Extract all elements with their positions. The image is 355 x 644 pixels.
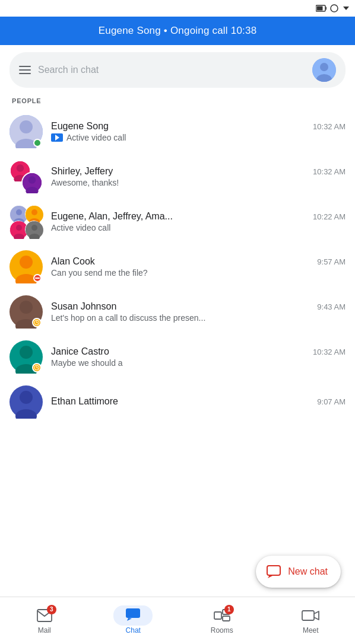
person-name: Shirley, Jeffery: [51, 166, 113, 177]
list-item[interactable]: Alan Cook 9:57 AM Can you send me the fi…: [0, 244, 355, 289]
meet-icon-wrap: [300, 607, 321, 624]
person-info: Eugene, Alan, Jeffrey, Ama... 10:22 AM A…: [51, 211, 346, 232]
clock-status-dot: [32, 363, 42, 372]
svg-rect-52: [214, 612, 221, 619]
signal-icon: [330, 4, 338, 12]
clock-status-dot: [32, 318, 42, 327]
person-info: Eugene Song 10:32 AM Active video call: [51, 121, 346, 142]
svg-point-15: [28, 176, 36, 183]
nav-item-chat[interactable]: Chat: [89, 602, 178, 639]
battery-icon: [316, 5, 327, 12]
menu-button[interactable]: [19, 66, 31, 74]
search-input[interactable]: Search in chat: [38, 65, 305, 75]
person-time: 10:32 AM: [313, 347, 346, 356]
person-message: Awesome, thanks!: [51, 178, 346, 187]
nav-item-rooms[interactable]: 1 Rooms: [178, 602, 267, 639]
status-bar: [0, 0, 355, 17]
person-name: Ethan Lattimore: [51, 396, 118, 407]
mail-icon-wrap: 3: [34, 607, 55, 624]
call-banner-text: Eugene Song • Ongoing call 10:38: [99, 25, 257, 36]
nav-item-meet[interactable]: Meet: [267, 602, 356, 639]
svg-point-3: [331, 5, 338, 12]
svg-marker-51: [127, 618, 132, 621]
svg-point-30: [20, 256, 33, 269]
svg-point-39: [20, 346, 33, 359]
rooms-badge: 1: [224, 605, 234, 614]
person-info: Alan Cook 9:57 AM Can you send me the fi…: [51, 256, 346, 278]
people-section-label: PEOPLE: [0, 95, 355, 109]
list-item[interactable]: Eugene Song 10:32 AM Active video call: [0, 109, 355, 154]
svg-point-33: [20, 301, 33, 314]
search-bar[interactable]: Search in chat: [9, 52, 346, 88]
call-banner[interactable]: Eugene Song • Ongoing call 10:38: [0, 17, 355, 45]
person-info: Ethan Lattimore 9:07 AM: [51, 396, 346, 408]
clock-icon: [34, 320, 40, 326]
avatar: [9, 205, 43, 238]
mail-badge: 3: [47, 605, 56, 614]
person-message: Maybe we should a: [51, 358, 346, 368]
svg-line-37: [37, 323, 38, 323]
person-name: Susan Johnson: [51, 301, 116, 312]
avatar: [9, 340, 43, 374]
svg-rect-1: [326, 7, 327, 10]
svg-point-24: [16, 225, 22, 231]
nav-label-rooms: Rooms: [211, 626, 233, 635]
clock-icon: [34, 365, 40, 371]
svg-rect-47: [267, 566, 280, 575]
new-chat-button[interactable]: New chat: [256, 556, 341, 588]
list-item[interactable]: Eugene, Alan, Jeffrey, Ama... 10:22 AM A…: [0, 199, 355, 244]
avatar: [9, 115, 43, 148]
person-name: Eugene Song: [51, 121, 109, 132]
svg-point-6: [320, 63, 328, 71]
svg-point-21: [31, 209, 37, 215]
online-status-dot: [33, 139, 42, 147]
jeffery-avatar: [23, 172, 42, 193]
nav-label-chat: Chat: [126, 626, 141, 635]
svg-point-12: [17, 164, 24, 171]
chat-icon-wrap: [122, 607, 144, 624]
chat-icon: [125, 608, 141, 621]
svg-point-18: [16, 209, 22, 215]
nav-item-mail[interactable]: 3 Mail: [0, 602, 89, 639]
avatar: [9, 295, 43, 329]
person-name: Alan Cook: [51, 256, 95, 267]
fab-container: New chat: [256, 556, 341, 588]
person-info: Janice Castro 10:32 AM Maybe we should a: [51, 346, 346, 368]
bottom-nav: 3 Mail Chat 1 Rooms: [0, 597, 355, 644]
group-avatar-4: [9, 205, 43, 238]
meet-icon: [302, 609, 319, 622]
svg-point-9: [20, 120, 33, 133]
person-time: 10:32 AM: [313, 167, 346, 176]
ethan-lattimore-avatar: [9, 385, 43, 419]
ga4: [26, 221, 43, 239]
nav-label-mail: Mail: [38, 626, 51, 635]
person-info: Susan Johnson 9:43 AM Let's hop on a cal…: [51, 301, 346, 323]
user-avatar[interactable]: [312, 58, 336, 82]
video-call-icon: [51, 133, 63, 142]
person-time: 10:22 AM: [313, 212, 346, 221]
person-info: Shirley, Jeffery 10:32 AM Awesome, thank…: [51, 166, 346, 187]
person-message: Active video call: [51, 223, 346, 232]
nav-label-meet: Meet: [303, 626, 319, 635]
avatar: [9, 160, 43, 193]
active-tab-pill: [113, 605, 153, 626]
person-time: 9:07 AM: [317, 397, 346, 406]
person-message: Let's hop on a call to discuss the prese…: [51, 313, 346, 323]
rooms-icon-wrap: 1: [211, 607, 233, 624]
list-item[interactable]: Shirley, Jeffery 10:32 AM Awesome, thank…: [0, 154, 355, 199]
person-time: 9:43 AM: [317, 302, 346, 311]
list-item[interactable]: Ethan Lattimore 9:07 AM: [0, 380, 355, 425]
group-avatar: [9, 160, 43, 193]
person-message: Can you send me the file?: [51, 268, 346, 278]
svg-rect-55: [302, 611, 314, 620]
svg-point-45: [20, 391, 33, 404]
user-avatar-image: [312, 58, 336, 82]
svg-rect-50: [126, 608, 140, 618]
avatar: [9, 385, 43, 419]
person-message: Active video call: [51, 133, 346, 142]
svg-rect-2: [317, 7, 323, 11]
list-item[interactable]: Susan Johnson 9:43 AM Let's hop on a cal…: [0, 289, 355, 334]
avatar: [9, 250, 43, 283]
list-item[interactable]: Janice Castro 10:32 AM Maybe we should a: [0, 334, 355, 380]
svg-marker-4: [343, 7, 349, 10]
